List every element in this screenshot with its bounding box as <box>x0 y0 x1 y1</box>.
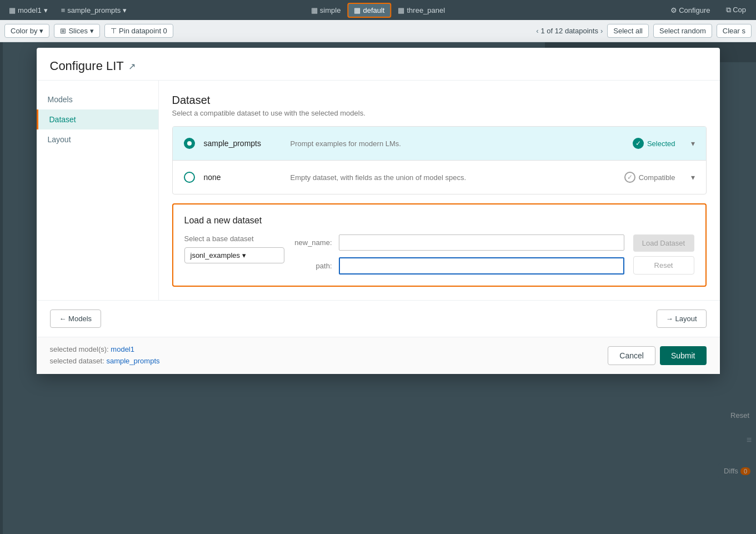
tab-simple-label: simple <box>320 6 341 14</box>
layout-icon3: ▦ <box>398 6 404 14</box>
layout-icon2: ▦ <box>354 6 361 14</box>
radio-dot <box>187 141 192 146</box>
modal-title: Configure LIT <box>50 59 124 73</box>
radio-sample-prompts[interactable] <box>184 138 195 149</box>
selected-models-link[interactable]: model1 <box>111 345 134 353</box>
modal-overlay: Configure LIT ↗ Models Dataset Layout <box>0 42 756 534</box>
sidebar-item-models[interactable]: Models <box>37 89 158 109</box>
selected-dataset-link[interactable]: sample_prompts <box>106 357 159 365</box>
load-dataset-section: Load a new dataset Select a base dataset… <box>172 203 707 287</box>
slices-btn[interactable]: ⊞ Slices ▾ <box>54 24 100 38</box>
load-dataset-btn[interactable]: Load Dataset <box>633 234 694 252</box>
pin-datapoint-btn[interactable]: ⊤ Pin datapoint 0 <box>104 24 173 38</box>
main-layout: ⤢ ⤡ Datapoint Editor Reset ≡ Diffs 0 Con… <box>0 42 756 534</box>
tab-three-panel[interactable]: ▦ three_panel <box>392 4 450 17</box>
top-bar: ▦ model1 ▾ ≡ sample_prompts ▾ ▦ simple ▦… <box>0 0 756 20</box>
modal-actions: Cancel Submit <box>608 346 706 365</box>
footer-right: → Layout <box>657 310 707 328</box>
dataset-name-none: none <box>204 173 282 182</box>
dataset-list: sample_prompts Prompt examples for moder… <box>172 126 707 194</box>
select-all-btn[interactable]: Select all <box>607 24 649 38</box>
cancel-btn[interactable]: Cancel <box>608 346 655 365</box>
modal-content-area: Dataset Select a compatible dataset to u… <box>159 81 720 300</box>
list-icon: ≡ <box>61 6 66 14</box>
pin-label: Pin datapoint 0 <box>119 27 167 35</box>
base-select-dropdown[interactable]: jsonl_examples ▾ <box>184 247 284 263</box>
select-random-btn[interactable]: Select random <box>653 24 712 38</box>
sidebar-item-layout[interactable]: Layout <box>37 129 158 149</box>
slices-icon: ⊞ <box>60 27 66 35</box>
modal-body: Models Dataset Layout Dataset Select a c… <box>37 81 720 300</box>
dropdown-chevron: ▾ <box>242 251 246 259</box>
clear-btn[interactable]: Clear s <box>717 24 752 38</box>
next-layout-btn[interactable]: → Layout <box>657 310 707 328</box>
pin-icon: ⊤ <box>111 27 117 35</box>
submit-btn[interactable]: Submit <box>660 346 707 365</box>
configure-btn[interactable]: ⚙ Configure <box>665 4 716 17</box>
expand-icon-none[interactable]: ▾ <box>691 173 695 182</box>
field-row-new-name: new_name: <box>293 234 624 251</box>
second-bar: Color by ▾ ⊞ Slices ▾ ⊤ Pin datapoint 0 … <box>0 20 756 42</box>
color-by-label: Color by <box>11 27 37 35</box>
chevron-down-icon: ▾ <box>44 6 48 14</box>
load-title: Load a new dataset <box>184 216 694 226</box>
dataset-name-sample-prompts: sample_prompts <box>204 139 282 148</box>
base-select-label: Select a base dataset <box>184 234 284 243</box>
section-title: Dataset <box>172 94 707 107</box>
external-link-icon[interactable]: ↗ <box>128 61 136 72</box>
back-models-btn[interactable]: ← Models <box>50 310 102 328</box>
datapoint-nav: ‹ 1 of 12 datapoints › <box>536 27 603 35</box>
prompts-selector[interactable]: ≡ sample_prompts ▾ <box>57 4 132 17</box>
tab-group: ▦ simple ▦ default ▦ three_panel <box>306 3 450 18</box>
prompts-label: sample_prompts <box>67 6 121 14</box>
top-bar-right: ⚙ Configure ⧉ Cop <box>665 3 752 17</box>
load-form: Select a base dataset jsonl_examples ▾ n… <box>184 234 694 275</box>
footer-nav: ← Models <box>50 310 102 328</box>
selected-info: selected model(s): model1 selected datas… <box>50 344 160 367</box>
gear-icon: ⚙ <box>670 6 677 14</box>
copy-icon: ⧉ <box>726 6 731 14</box>
path-input[interactable] <box>339 257 624 275</box>
chevron-icon2: ▾ <box>90 27 94 35</box>
tab-three-panel-label: three_panel <box>407 6 445 14</box>
status-badge-compatible: ✓ Compatible <box>620 169 680 185</box>
new-name-input[interactable] <box>339 234 624 251</box>
prev-datapoint[interactable]: ‹ <box>536 27 538 35</box>
modal-footer: ← Models → Layout <box>37 300 720 337</box>
model-selector[interactable]: ▦ model1 ▾ <box>4 4 52 17</box>
copy-btn[interactable]: ⧉ Cop <box>720 3 752 17</box>
dataset-row-none[interactable]: none Empty dataset, with fields as the u… <box>173 161 706 194</box>
dataset-desc-none: Empty dataset, with fields as the union … <box>291 173 611 182</box>
modal-header: Configure LIT ↗ <box>37 48 720 81</box>
field-row-path: path: <box>293 257 624 275</box>
dataset-desc-sample-prompts: Prompt examples for modern LMs. <box>291 139 619 148</box>
color-by-btn[interactable]: Color by ▾ <box>4 24 49 38</box>
path-label: path: <box>293 262 332 270</box>
fields-col: new_name: path: <box>293 234 624 275</box>
load-actions: Load Dataset Reset <box>633 234 694 275</box>
status-badge-selected: ✓ Selected <box>628 136 680 151</box>
tab-simple[interactable]: ▦ simple <box>306 4 347 17</box>
chevron-icon: ▾ <box>39 27 43 35</box>
datapoint-count: 1 of 12 datapoints <box>541 27 598 35</box>
radio-none[interactable] <box>184 172 195 183</box>
modal-bottom: selected model(s): model1 selected datas… <box>37 337 720 374</box>
reset-dataset-btn[interactable]: Reset <box>633 256 694 275</box>
selected-dataset-line: selected dataset: sample_prompts <box>50 356 160 367</box>
tab-default[interactable]: ▦ default <box>347 3 391 18</box>
modal-sidebar: Models Dataset Layout <box>37 81 159 300</box>
tab-default-label: default <box>363 6 384 14</box>
dataset-row-sample-prompts[interactable]: sample_prompts Prompt examples for moder… <box>173 127 706 161</box>
slices-label: Slices <box>68 27 88 35</box>
check-circle-selected: ✓ <box>633 138 644 149</box>
selected-models-line: selected model(s): model1 <box>50 344 160 356</box>
section-subtitle: Select a compatible dataset to use with … <box>172 109 707 117</box>
model-label: model1 <box>18 6 42 14</box>
chevron-down-icon2: ▾ <box>123 6 127 14</box>
check-circle-compatible: ✓ <box>624 172 635 183</box>
next-datapoint[interactable]: › <box>600 27 603 35</box>
sidebar-item-dataset[interactable]: Dataset <box>37 109 158 129</box>
layout-icon: ▦ <box>311 6 318 14</box>
second-bar-right: ‹ 1 of 12 datapoints › Select all Select… <box>536 24 752 38</box>
expand-icon-sample-prompts[interactable]: ▾ <box>691 139 695 148</box>
